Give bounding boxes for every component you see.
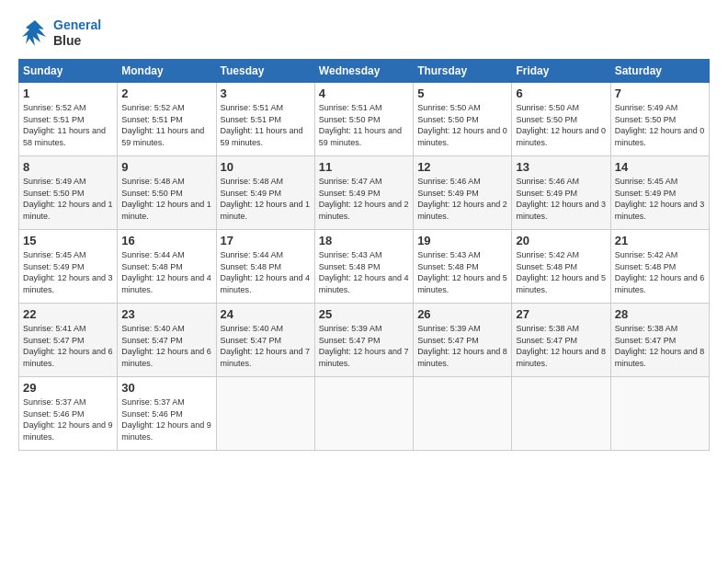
day-info: Sunrise: 5:51 AM Sunset: 5:51 PM Dayligh… xyxy=(221,102,311,148)
day-info: Sunrise: 5:38 AM Sunset: 5:47 PM Dayligh… xyxy=(615,323,705,369)
day-info: Sunrise: 5:46 AM Sunset: 5:49 PM Dayligh… xyxy=(516,176,606,222)
day-info: Sunrise: 5:37 AM Sunset: 5:46 PM Dayligh… xyxy=(121,396,211,442)
day-number: 10 xyxy=(221,160,311,174)
day-info: Sunrise: 5:42 AM Sunset: 5:48 PM Dayligh… xyxy=(615,249,705,295)
calendar-cell: 1Sunrise: 5:52 AM Sunset: 5:51 PM Daylig… xyxy=(19,83,118,156)
day-number: 6 xyxy=(516,86,606,100)
weekday-header-monday: Monday xyxy=(118,60,216,83)
calendar-week-5: 29Sunrise: 5:37 AM Sunset: 5:46 PM Dayli… xyxy=(19,377,710,451)
day-number: 4 xyxy=(319,86,409,100)
day-info: Sunrise: 5:52 AM Sunset: 5:51 PM Dayligh… xyxy=(23,102,113,148)
page: General Blue SundayMondayTuesdayWednesda… xyxy=(0,0,728,462)
calendar-cell: 21Sunrise: 5:42 AM Sunset: 5:48 PM Dayli… xyxy=(610,230,709,304)
calendar-cell: 18Sunrise: 5:43 AM Sunset: 5:48 PM Dayli… xyxy=(314,230,413,304)
calendar-cell: 5Sunrise: 5:50 AM Sunset: 5:50 PM Daylig… xyxy=(414,83,512,156)
calendar-week-3: 15Sunrise: 5:45 AM Sunset: 5:49 PM Dayli… xyxy=(19,230,710,304)
day-number: 14 xyxy=(615,160,705,174)
day-number: 23 xyxy=(121,307,211,321)
calendar-cell: 2Sunrise: 5:52 AM Sunset: 5:51 PM Daylig… xyxy=(118,83,216,156)
calendar-cell: 25Sunrise: 5:39 AM Sunset: 5:47 PM Dayli… xyxy=(314,304,413,377)
day-info: Sunrise: 5:44 AM Sunset: 5:48 PM Dayligh… xyxy=(221,249,311,295)
day-info: Sunrise: 5:39 AM Sunset: 5:47 PM Dayligh… xyxy=(319,323,409,369)
day-info: Sunrise: 5:49 AM Sunset: 5:50 PM Dayligh… xyxy=(615,102,705,148)
calendar-cell: 20Sunrise: 5:42 AM Sunset: 5:48 PM Dayli… xyxy=(512,230,610,304)
weekday-header-saturday: Saturday xyxy=(610,60,709,83)
calendar-cell: 22Sunrise: 5:41 AM Sunset: 5:47 PM Dayli… xyxy=(19,304,118,377)
calendar-cell: 3Sunrise: 5:51 AM Sunset: 5:51 PM Daylig… xyxy=(216,83,314,156)
day-info: Sunrise: 5:50 AM Sunset: 5:50 PM Dayligh… xyxy=(516,102,606,148)
day-info: Sunrise: 5:49 AM Sunset: 5:50 PM Dayligh… xyxy=(23,176,113,222)
calendar-cell xyxy=(314,377,413,451)
day-number: 25 xyxy=(319,307,409,321)
day-number: 20 xyxy=(516,234,606,247)
calendar-cell xyxy=(216,377,314,451)
day-number: 2 xyxy=(121,86,211,100)
day-info: Sunrise: 5:40 AM Sunset: 5:47 PM Dayligh… xyxy=(121,323,211,369)
day-info: Sunrise: 5:51 AM Sunset: 5:50 PM Dayligh… xyxy=(319,102,409,148)
weekday-header-sunday: Sunday xyxy=(19,60,118,83)
calendar-cell xyxy=(414,377,512,451)
day-info: Sunrise: 5:45 AM Sunset: 5:49 PM Dayligh… xyxy=(23,249,113,295)
logo-text: General Blue xyxy=(53,17,101,49)
calendar-cell xyxy=(512,377,610,451)
day-info: Sunrise: 5:43 AM Sunset: 5:48 PM Dayligh… xyxy=(319,249,409,295)
day-info: Sunrise: 5:46 AM Sunset: 5:49 PM Dayligh… xyxy=(417,176,507,222)
calendar-cell: 4Sunrise: 5:51 AM Sunset: 5:50 PM Daylig… xyxy=(314,83,413,156)
weekday-header-friday: Friday xyxy=(512,60,610,83)
day-info: Sunrise: 5:37 AM Sunset: 5:46 PM Dayligh… xyxy=(23,396,113,442)
logo: General Blue xyxy=(18,17,101,50)
calendar-cell: 10Sunrise: 5:48 AM Sunset: 5:49 PM Dayli… xyxy=(216,156,314,230)
weekday-row: SundayMondayTuesdayWednesdayThursdayFrid… xyxy=(19,60,710,83)
day-number: 18 xyxy=(319,234,409,247)
calendar-cell: 17Sunrise: 5:44 AM Sunset: 5:48 PM Dayli… xyxy=(216,230,314,304)
day-number: 19 xyxy=(417,234,507,247)
calendar-cell: 8Sunrise: 5:49 AM Sunset: 5:50 PM Daylig… xyxy=(19,156,118,230)
logo-bird-icon xyxy=(18,17,51,50)
calendar-cell: 14Sunrise: 5:45 AM Sunset: 5:49 PM Dayli… xyxy=(610,156,709,230)
day-info: Sunrise: 5:47 AM Sunset: 5:49 PM Dayligh… xyxy=(319,176,409,222)
calendar-cell: 6Sunrise: 5:50 AM Sunset: 5:50 PM Daylig… xyxy=(512,83,610,156)
day-number: 29 xyxy=(23,381,113,395)
day-info: Sunrise: 5:41 AM Sunset: 5:47 PM Dayligh… xyxy=(23,323,113,369)
weekday-header-thursday: Thursday xyxy=(414,60,512,83)
day-number: 26 xyxy=(417,307,507,321)
day-number: 13 xyxy=(516,160,606,174)
day-info: Sunrise: 5:40 AM Sunset: 5:47 PM Dayligh… xyxy=(221,323,311,369)
day-number: 9 xyxy=(121,160,211,174)
calendar-cell: 28Sunrise: 5:38 AM Sunset: 5:47 PM Dayli… xyxy=(610,304,709,377)
day-info: Sunrise: 5:50 AM Sunset: 5:50 PM Dayligh… xyxy=(417,102,507,148)
day-number: 17 xyxy=(221,234,311,247)
day-info: Sunrise: 5:48 AM Sunset: 5:50 PM Dayligh… xyxy=(121,176,211,222)
day-number: 15 xyxy=(23,234,113,247)
day-number: 27 xyxy=(516,307,606,321)
day-number: 12 xyxy=(417,160,507,174)
calendar-week-2: 8Sunrise: 5:49 AM Sunset: 5:50 PM Daylig… xyxy=(19,156,710,230)
day-number: 8 xyxy=(23,160,113,174)
calendar-week-1: 1Sunrise: 5:52 AM Sunset: 5:51 PM Daylig… xyxy=(19,83,710,156)
calendar-cell: 15Sunrise: 5:45 AM Sunset: 5:49 PM Dayli… xyxy=(19,230,118,304)
svg-marker-0 xyxy=(22,20,46,46)
day-info: Sunrise: 5:38 AM Sunset: 5:47 PM Dayligh… xyxy=(516,323,606,369)
day-number: 24 xyxy=(221,307,311,321)
calendar-cell: 29Sunrise: 5:37 AM Sunset: 5:46 PM Dayli… xyxy=(19,377,118,451)
day-number: 22 xyxy=(23,307,113,321)
calendar-cell: 7Sunrise: 5:49 AM Sunset: 5:50 PM Daylig… xyxy=(610,83,709,156)
calendar-week-4: 22Sunrise: 5:41 AM Sunset: 5:47 PM Dayli… xyxy=(19,304,710,377)
day-number: 28 xyxy=(615,307,705,321)
day-info: Sunrise: 5:52 AM Sunset: 5:51 PM Dayligh… xyxy=(121,102,211,148)
calendar-body: 1Sunrise: 5:52 AM Sunset: 5:51 PM Daylig… xyxy=(19,83,710,451)
calendar-cell: 27Sunrise: 5:38 AM Sunset: 5:47 PM Dayli… xyxy=(512,304,610,377)
calendar-cell: 30Sunrise: 5:37 AM Sunset: 5:46 PM Dayli… xyxy=(118,377,216,451)
header: General Blue xyxy=(18,17,710,50)
day-info: Sunrise: 5:43 AM Sunset: 5:48 PM Dayligh… xyxy=(417,249,507,295)
day-number: 16 xyxy=(121,234,211,247)
day-number: 30 xyxy=(121,381,211,395)
weekday-header-wednesday: Wednesday xyxy=(314,60,413,83)
day-info: Sunrise: 5:45 AM Sunset: 5:49 PM Dayligh… xyxy=(615,176,705,222)
calendar-cell: 26Sunrise: 5:39 AM Sunset: 5:47 PM Dayli… xyxy=(414,304,512,377)
calendar-cell: 13Sunrise: 5:46 AM Sunset: 5:49 PM Dayli… xyxy=(512,156,610,230)
day-number: 5 xyxy=(417,86,507,100)
calendar-table: SundayMondayTuesdayWednesdayThursdayFrid… xyxy=(18,59,710,451)
calendar-cell: 24Sunrise: 5:40 AM Sunset: 5:47 PM Dayli… xyxy=(216,304,314,377)
day-number: 11 xyxy=(319,160,409,174)
